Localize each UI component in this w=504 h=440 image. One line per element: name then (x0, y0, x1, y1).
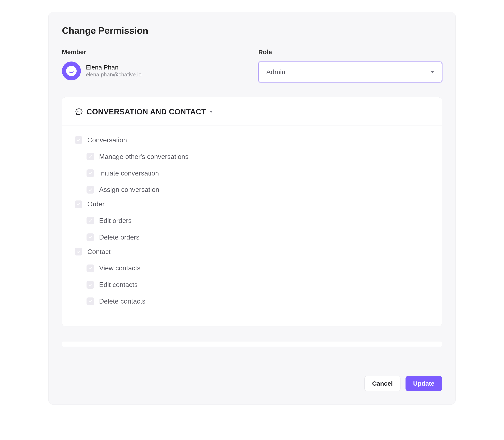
permission-item-label: Edit orders (99, 217, 132, 225)
member-row: Elena Phan elena.phan@chative.io (62, 62, 246, 80)
permission-group-label: Order (87, 200, 105, 208)
member-label: Member (62, 48, 246, 56)
permission-item-label: Delete orders (99, 234, 140, 241)
role-select[interactable]: Admin (258, 62, 442, 82)
checkbox-delete-contacts[interactable] (86, 297, 94, 305)
checkbox-edit-contacts[interactable] (86, 281, 94, 289)
checkbox-view-contacts[interactable] (86, 264, 94, 272)
permission-item-label: Manage other's conversations (99, 153, 189, 161)
chevron-down-icon (431, 71, 434, 73)
chat-bubble-icon (66, 66, 77, 76)
page-title: Change Permission (62, 25, 442, 36)
top-row: Member Elena Phan elena.phan@chative.io … (62, 48, 442, 82)
member-email: elena.phan@chative.io (86, 71, 141, 78)
permissions-section-header[interactable]: CONVERSATION AND CONTACT (62, 97, 442, 126)
permission-item: Initiate conversation (86, 169, 429, 177)
checkbox-contact[interactable] (75, 248, 82, 255)
checkbox-initiate-conversation[interactable] (86, 169, 94, 177)
permission-item: Delete orders (86, 234, 429, 241)
footer: Cancel Update (62, 376, 442, 391)
permission-item-label: Initiate conversation (99, 169, 159, 177)
permission-item-label: Delete contacts (99, 297, 146, 305)
permission-item: Edit contacts (86, 281, 429, 289)
permission-item: Assign conversation (86, 186, 429, 193)
member-info: Elena Phan elena.phan@chative.io (86, 64, 141, 78)
permission-item: Delete contacts (86, 297, 429, 305)
permission-item: Edit orders (86, 217, 429, 225)
conversation-icon (75, 108, 83, 116)
checkbox-delete-orders[interactable] (86, 234, 94, 241)
permission-group-label: Conversation (87, 136, 127, 144)
divider-bar (62, 342, 442, 347)
member-column: Member Elena Phan elena.phan@chative.io (62, 48, 246, 82)
role-column: Role Admin (258, 48, 442, 82)
permission-item-label: Assign conversation (99, 186, 159, 193)
avatar (62, 62, 81, 80)
permissions-panel: CONVERSATION AND CONTACT Conversation Ma… (62, 97, 442, 326)
permissions-body: Conversation Manage other's conversation… (62, 126, 442, 326)
checkbox-manage-others-conversations[interactable] (86, 153, 94, 160)
checkbox-order[interactable] (75, 200, 82, 208)
change-permission-card: Change Permission Member Elena Phan elen… (48, 12, 456, 405)
cancel-button[interactable]: Cancel (364, 376, 400, 391)
checkbox-assign-conversation[interactable] (86, 186, 94, 193)
update-button[interactable]: Update (406, 376, 442, 391)
role-label: Role (258, 48, 442, 56)
svg-point-0 (77, 111, 78, 112)
permission-item: View contacts (86, 264, 429, 272)
permission-item-label: View contacts (99, 264, 140, 272)
member-name: Elena Phan (86, 64, 141, 71)
permission-group-conversation: Conversation (75, 136, 429, 144)
permission-item-label: Edit contacts (99, 281, 138, 289)
role-select-value: Admin (266, 68, 285, 76)
checkbox-conversation[interactable] (75, 136, 82, 144)
chevron-down-icon (209, 111, 213, 113)
permission-group-order: Order (75, 200, 429, 208)
svg-point-2 (80, 111, 80, 112)
permission-group-contact: Contact (75, 248, 429, 256)
svg-point-1 (79, 111, 79, 112)
checkbox-edit-orders[interactable] (86, 217, 94, 224)
permission-item: Manage other's conversations (86, 153, 429, 161)
permissions-section-title: CONVERSATION AND CONTACT (86, 108, 206, 116)
permission-group-label: Contact (87, 248, 111, 256)
